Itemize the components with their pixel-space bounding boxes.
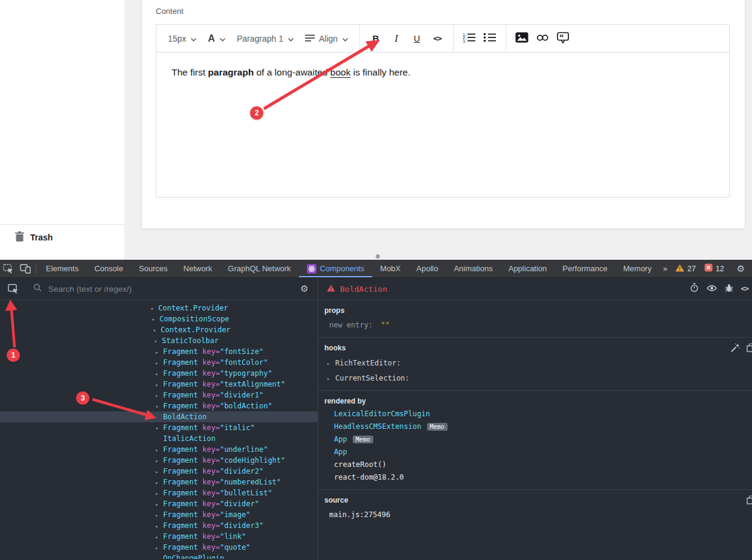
prop-value[interactable]: "": [381, 321, 390, 329]
bullet-list-button[interactable]: [480, 28, 500, 49]
devtools-tab-memory[interactable]: Memory: [615, 260, 660, 277]
components-toolbar-row: ⚙ BoldAction <>: [0, 278, 752, 300]
tree-row-Fragment-divider1[interactable]: ▸Fragment key="divider1": [0, 390, 318, 401]
inspect-element-button[interactable]: [0, 260, 17, 277]
devtools-tab-animations[interactable]: Animations: [446, 260, 500, 277]
error-count: 12: [716, 265, 724, 273]
rendered-by-item[interactable]: HeadlessCMSExtensionMemo: [334, 422, 746, 431]
components-search-row: ⚙: [0, 278, 318, 300]
memo-badge: Memo: [353, 436, 373, 443]
components-settings-icon[interactable]: ⚙: [296, 283, 313, 294]
tree-row-Fragment-typography[interactable]: ▸Fragment key="typography": [0, 368, 318, 379]
tree-row-Context.Provider[interactable]: ▾Context.Provider: [0, 324, 318, 335]
devtools-tab-bar: ElementsConsoleSourcesNetworkGraphQL Net…: [0, 260, 752, 278]
prop-key[interactable]: new entry: [329, 321, 368, 329]
inspect-dom-eye-icon[interactable]: [707, 283, 717, 294]
italic-button[interactable]: I: [386, 28, 407, 49]
font-color-label: A: [208, 33, 215, 44]
editor-paragraph: The first paragraph of a long-awaited bo…: [172, 66, 714, 79]
devtools-tab-elements[interactable]: Elements: [38, 260, 86, 277]
tree-row-Fragment-link[interactable]: ▸Fragment key="link": [0, 531, 318, 542]
align-icon: [305, 34, 315, 43]
props-section: props new entry: "": [318, 300, 752, 338]
underline-button[interactable]: U: [407, 28, 427, 49]
warning-triangle-icon: [327, 285, 335, 294]
devtools-tab-network[interactable]: Network: [176, 260, 220, 277]
devtools-tab-graphql-network[interactable]: GraphQL Network: [220, 260, 298, 277]
selected-component-title: BoldAction: [340, 285, 387, 294]
bold-text: paragraph: [208, 67, 254, 77]
devtools-tab-sources[interactable]: Sources: [131, 260, 176, 277]
bold-button[interactable]: B: [365, 28, 386, 49]
warnings-badge[interactable]: 27: [671, 264, 700, 274]
insert-link-button[interactable]: [532, 28, 553, 49]
tree-row-StaticToolbar[interactable]: ▾StaticToolbar: [0, 335, 318, 346]
chevron-down-icon: [190, 34, 197, 43]
tree-row-Fragment-divider[interactable]: ▸Fragment key="divider": [0, 498, 318, 509]
devtools-settings-button[interactable]: ⚙: [733, 263, 749, 274]
quote-button[interactable]: “: [553, 28, 573, 49]
tree-row-Fragment-divider2[interactable]: ▸Fragment key="divider2": [0, 466, 318, 477]
devtools-tab-apollo[interactable]: Apollo: [408, 260, 446, 277]
font-color-dropdown[interactable]: A: [202, 33, 231, 44]
svg-text:3.: 3.: [463, 39, 468, 42]
link-icon: [536, 33, 549, 43]
rendered-by-item[interactable]: LexicalEditorCmsPlugin: [334, 410, 746, 418]
code-button[interactable]: <>: [427, 28, 448, 49]
block-type-dropdown[interactable]: Paragraph 1: [231, 34, 300, 43]
debug-bug-icon[interactable]: [725, 283, 733, 295]
copy-icon[interactable]: [747, 495, 752, 506]
devtools-resize-handle[interactable]: [376, 254, 380, 259]
insert-image-button[interactable]: [512, 28, 532, 49]
more-tabs-button[interactable]: »: [660, 264, 671, 273]
components-search-input[interactable]: [47, 284, 296, 294]
align-dropdown[interactable]: Align: [300, 34, 354, 43]
errors-badge[interactable]: 12: [700, 263, 728, 274]
hook-row-RichTextEditor[interactable]: ▸RichTextEditor:: [327, 359, 746, 367]
tree-row-CompositionScope[interactable]: ▾CompositionScope: [0, 314, 318, 324]
tree-row-Fragment-codeHighlight[interactable]: ▸Fragment key="codeHighlight": [0, 455, 318, 466]
devtools-tab-console[interactable]: Console: [86, 260, 131, 277]
parse-hook-names-wand-icon[interactable]: [730, 343, 740, 355]
rendered-by-item[interactable]: AppMemo: [334, 435, 746, 443]
tree-row-Fragment-quote[interactable]: ▸Fragment key="quote": [0, 542, 318, 553]
tree-row-Fragment-divider3[interactable]: ▸Fragment key="divider3": [0, 520, 318, 531]
font-size-dropdown[interactable]: 15px: [162, 34, 202, 43]
numbered-list-button[interactable]: 1.2.3.: [459, 28, 480, 49]
rendered-by-item: createRoot(): [334, 460, 746, 469]
view-source-icon[interactable]: <>: [741, 285, 748, 293]
content-field-label: Content: [156, 7, 184, 16]
devtools-menu-button[interactable]: ⋮: [749, 263, 752, 274]
tree-row-Fragment-textAlignment[interactable]: ▸Fragment key="textAlignment": [0, 379, 318, 390]
select-component-button[interactable]: [5, 284, 22, 294]
tree-row-ItalicAction[interactable]: ItalicAction: [0, 433, 318, 444]
link-text[interactable]: book: [330, 67, 351, 77]
tree-row-Fragment-image[interactable]: ▸Fragment key="image": [0, 509, 318, 520]
component-tree: ▾Context.Provider▾CompositionScope▾Conte…: [0, 300, 318, 559]
source-location[interactable]: main.js:275496: [329, 510, 746, 519]
tree-row-Fragment-fontSize[interactable]: ▸Fragment key="fontSize": [0, 346, 318, 357]
devtools-panel: ElementsConsoleSourcesNetworkGraphQL Net…: [0, 260, 752, 560]
tree-row-Fragment-italic[interactable]: ▾Fragment key="italic": [0, 422, 318, 433]
devtools-tab-mobx[interactable]: MobX: [372, 260, 408, 277]
source-header: source: [324, 496, 746, 504]
tree-row-Fragment-boldAction[interactable]: ▾Fragment key="boldAction": [0, 401, 318, 411]
tree-row-BoldAction[interactable]: BoldAction: [0, 411, 318, 422]
tree-row-Fragment-bulletList[interactable]: ▸Fragment key="bulletList": [0, 488, 318, 498]
copy-icon[interactable]: [747, 343, 752, 355]
tree-row-Fragment-numberedList[interactable]: ▸Fragment key="numberedList": [0, 477, 318, 488]
rendered-by-item[interactable]: App: [334, 448, 746, 456]
devtools-tab-performance[interactable]: Performance: [554, 260, 615, 277]
tree-row-OnChangePlugin[interactable]: OnChangePlugin: [0, 553, 318, 559]
tree-row-Context.Provider[interactable]: ▾Context.Provider: [0, 303, 318, 314]
hook-row-CurrentSelection[interactable]: ▸CurrentSelection:: [327, 374, 746, 382]
tree-row-Fragment-underline[interactable]: ▸Fragment key="underline": [0, 444, 318, 455]
devtools-tab-components[interactable]: Components: [299, 260, 373, 277]
editor-toolbar: 15px A Paragraph 1 Align B: [156, 25, 729, 53]
device-toolbar-button[interactable]: [17, 260, 34, 277]
suspense-stopwatch-icon[interactable]: [690, 283, 699, 295]
devtools-tab-application[interactable]: Application: [501, 260, 555, 277]
editor-text-area[interactable]: The first paragraph of a long-awaited bo…: [156, 53, 729, 198]
tree-row-Fragment-fontColor[interactable]: ▸Fragment key="fontColor": [0, 357, 318, 368]
sidebar-item-trash[interactable]: Trash: [15, 231, 53, 243]
